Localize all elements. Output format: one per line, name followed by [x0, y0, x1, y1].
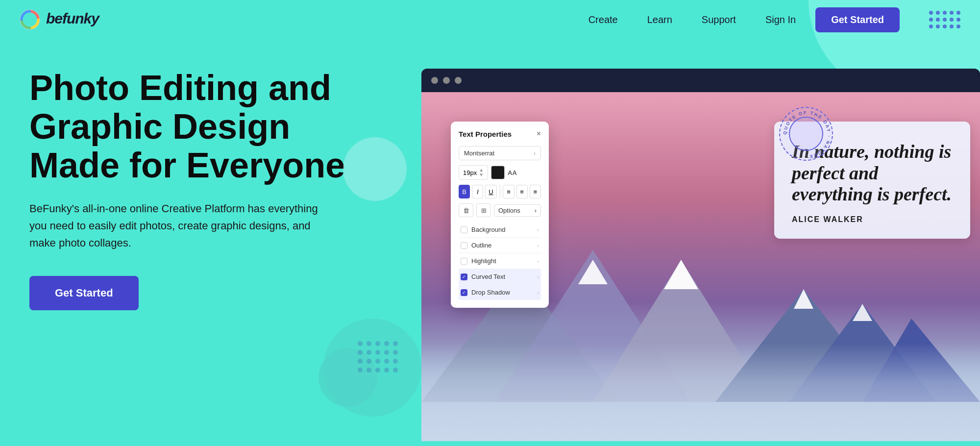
browser-dot-1 [431, 77, 438, 84]
navbar: befunky Create Learn Support Sign In Get… [0, 0, 980, 39]
fog-layer [421, 343, 980, 441]
curved-text-checkbox[interactable] [461, 273, 467, 280]
options-label: Options [498, 207, 520, 214]
curved-text-label: Curved Text [471, 273, 533, 280]
nav-links: Create Learn Support [588, 14, 736, 25]
browser-content: Text Properties × Montserrat › 19px ▲▼ A… [421, 92, 980, 441]
format-separator [500, 185, 500, 198]
property-outline[interactable]: Outline › [459, 238, 541, 253]
format-row: B I U ≡ ≡ ≡ [459, 185, 541, 198]
font-size-value: 19px [463, 169, 477, 176]
logo-text: befunky [46, 10, 99, 26]
options-arrow-icon: › [535, 207, 537, 214]
options-button[interactable]: Options › [494, 204, 541, 217]
panel-title: Text Properties [459, 130, 512, 138]
properties-list: Background › Outline › Highlight › Curve… [459, 222, 541, 300]
highlight-checkbox[interactable] [461, 258, 467, 265]
dots-decoration [929, 11, 960, 28]
background-arrow-icon: › [537, 227, 539, 233]
sign-in-link[interactable]: Sign In [765, 14, 796, 25]
hero-subtitle: BeFunky's all-in-one online Creative Pla… [29, 200, 323, 252]
decorative-circle-teal-large [323, 319, 421, 417]
browser-dot-2 [443, 77, 450, 84]
highlight-label: Highlight [471, 257, 533, 265]
font-selector[interactable]: Montserrat › [459, 146, 541, 160]
drop-shadow-label: Drop Shadow [471, 289, 533, 296]
property-highlight[interactable]: Highlight › [459, 253, 541, 269]
browser-dot-3 [455, 77, 462, 84]
outline-arrow-icon: › [537, 243, 539, 248]
svg-point-0 [20, 10, 40, 29]
nav-learn[interactable]: Learn [647, 14, 672, 25]
nav-right: Sign In Get Started [765, 7, 960, 32]
outline-label: Outline [471, 242, 533, 249]
align-right-button[interactable]: ≡ [530, 185, 541, 198]
trash-button[interactable]: 🗑 [459, 203, 473, 217]
hero-title: Photo Editing and Graphic Design Made fo… [29, 69, 382, 185]
svg-marker-5 [664, 260, 698, 289]
panel-header: Text Properties × [459, 129, 541, 138]
background-checkbox[interactable] [461, 226, 467, 233]
text-properties-panel: Text Properties × Montserrat › 19px ▲▼ A… [451, 122, 549, 308]
outline-checkbox[interactable] [461, 242, 467, 249]
copy-button[interactable]: ⊞ [476, 203, 491, 217]
underline-button[interactable]: U [485, 185, 496, 198]
size-row: 19px ▲▼ AA [459, 165, 541, 180]
quote-author: ALICE WALKER [792, 215, 953, 224]
browser-bar [421, 69, 980, 92]
text-case-icon[interactable]: AA [508, 169, 517, 176]
badge-text-svg: QUOTE OF THE DAY · NATURE · [780, 108, 834, 162]
font-size-arrows[interactable]: ▲▼ [479, 168, 484, 177]
italic-button[interactable]: I [472, 185, 483, 198]
font-name-label: Montserrat [464, 149, 494, 157]
browser-mockup: Text Properties × Montserrat › 19px ▲▼ A… [421, 69, 980, 441]
icon-row: 🗑 ⊞ Options › [459, 203, 541, 217]
circular-badge: QUOTE OF THE DAY · NATURE · [779, 107, 833, 161]
get-started-hero-button[interactable]: Get Started [29, 276, 139, 310]
logo[interactable]: befunky [20, 9, 99, 30]
property-background[interactable]: Background › [459, 222, 541, 238]
bold-button[interactable]: B [459, 185, 470, 198]
nav-create[interactable]: Create [588, 14, 618, 25]
drop-shadow-arrow-icon: › [537, 290, 539, 296]
align-center-button[interactable]: ≡ [516, 185, 528, 198]
highlight-arrow-icon: › [537, 258, 539, 264]
curved-text-arrow-icon: › [537, 274, 539, 280]
nav-support[interactable]: Support [702, 14, 736, 25]
svg-marker-11 [853, 304, 872, 321]
font-arrow-icon: › [534, 150, 536, 157]
drop-shadow-checkbox[interactable] [461, 289, 467, 296]
align-left-button[interactable]: ≡ [503, 185, 514, 198]
badge-circle: QUOTE OF THE DAY · NATURE · [779, 107, 833, 161]
get-started-nav-button[interactable]: Get Started [815, 7, 900, 32]
property-drop-shadow[interactable]: Drop Shadow › [459, 285, 541, 300]
color-swatch[interactable] [491, 166, 505, 179]
background-label: Background [471, 226, 533, 233]
property-curved-text[interactable]: Curved Text › [459, 269, 541, 285]
svg-text:QUOTE OF THE DAY · NATURE ·: QUOTE OF THE DAY · NATURE · [783, 110, 832, 159]
font-size-input[interactable]: 19px ▲▼ [459, 165, 488, 180]
decorative-circle-white [343, 137, 407, 201]
panel-close-button[interactable]: × [537, 129, 541, 138]
hero-left: Photo Editing and Graphic Design Made fo… [29, 69, 382, 310]
